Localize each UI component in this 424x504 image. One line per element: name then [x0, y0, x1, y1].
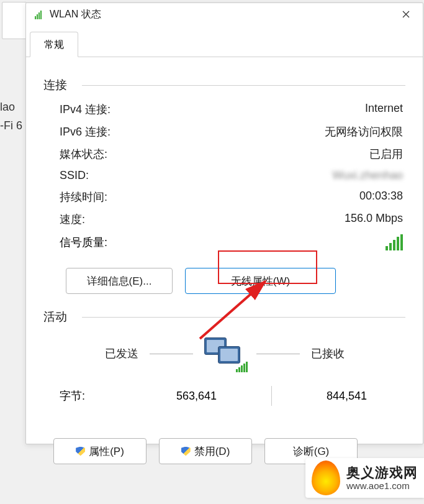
- speed-value: 156.0 Mbps: [345, 212, 403, 227]
- watermark-url: www.aoe1.com: [346, 480, 418, 491]
- media-state-label: 媒体状态:: [60, 147, 107, 162]
- media-state-value: 已启用: [369, 147, 403, 162]
- disable-button-label: 禁用(D): [194, 444, 230, 459]
- section-activity-label: 活动: [43, 309, 67, 325]
- wlan-status-dialog: WLAN 状态 常规 连接 IPv4 连接:Internet IPv6 连接:无…: [25, 2, 423, 444]
- shield-icon: [181, 447, 191, 456]
- tab-general[interactable]: 常规: [30, 32, 78, 57]
- sent-label: 已发送: [105, 346, 138, 361]
- vertical-divider: [271, 386, 272, 406]
- watermark: 奥义游戏网 www.aoe1.com: [305, 458, 424, 498]
- dash-line: [256, 354, 300, 354]
- details-button[interactable]: 详细信息(E)...: [66, 268, 173, 294]
- signal-quality-label: 信号质量:: [60, 235, 107, 250]
- bytes-label: 字节:: [60, 388, 140, 403]
- divider: [82, 85, 405, 86]
- parent-toolbar-fragment: [2, 2, 27, 39]
- flame-icon: [312, 460, 340, 495]
- signal-bars-icon: [386, 234, 403, 250]
- titlebar: WLAN 状态: [26, 3, 423, 25]
- ssid-value: Wuxi.zhenhao: [332, 169, 403, 182]
- network-computers-icon: [204, 337, 245, 370]
- watermark-title: 奥义游戏网: [346, 465, 418, 480]
- bytes-received-value: 844,541: [291, 390, 403, 403]
- disable-button[interactable]: 禁用(D): [159, 438, 252, 464]
- close-button[interactable]: [393, 5, 419, 24]
- received-label: 已接收: [311, 346, 345, 361]
- activity-diagram: 已发送 已接收: [43, 337, 405, 370]
- dialog-title: WLAN 状态: [50, 8, 393, 21]
- speed-label: 速度:: [60, 212, 85, 227]
- properties-button[interactable]: 属性(P): [53, 438, 147, 464]
- background-text-1: lao: [0, 101, 15, 114]
- bytes-sent-value: 563,641: [140, 390, 253, 403]
- duration-label: 持续时间:: [60, 190, 107, 204]
- ipv6-value: 无网络访问权限: [325, 124, 403, 139]
- section-connection-label: 连接: [43, 77, 67, 93]
- duration-value: 00:03:38: [359, 190, 403, 204]
- dialog-content: 连接 IPv4 连接:Internet IPv6 连接:无网络访问权限 媒体状态…: [26, 57, 423, 475]
- divider: [82, 317, 405, 318]
- properties-button-label: 属性(P): [89, 444, 124, 459]
- wireless-properties-button[interactable]: 无线属性(W): [185, 268, 336, 294]
- dash-line: [150, 354, 193, 354]
- ipv4-value: Internet: [365, 102, 403, 117]
- shield-icon: [76, 447, 85, 456]
- background-text-2: -Fi 6: [0, 119, 22, 132]
- wifi-signal-icon: [35, 9, 45, 19]
- ipv4-label: IPv4 连接:: [60, 102, 111, 117]
- ssid-label: SSID:: [60, 169, 89, 182]
- tab-strip: 常规: [26, 32, 423, 57]
- close-icon: [402, 11, 410, 18]
- ipv6-label: IPv6 连接:: [60, 124, 111, 139]
